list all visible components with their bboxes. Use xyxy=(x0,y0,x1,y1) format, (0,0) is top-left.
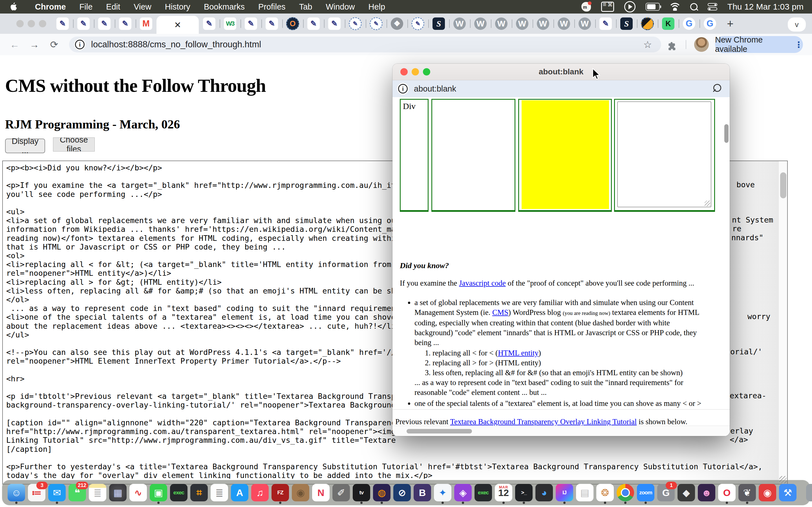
dock-item-gimp[interactable]: ✐ xyxy=(333,484,350,501)
browser-menu-icon[interactable]: ⋮ xyxy=(795,40,803,50)
forward-button[interactable]: → xyxy=(28,38,41,51)
tab-pencil[interactable]: ✎ xyxy=(73,13,94,34)
tab-active[interactable]: ✕ xyxy=(156,16,199,34)
dock-item-apple-tv[interactable]: tv xyxy=(353,484,370,501)
popup-title-bar[interactable]: about:blank xyxy=(393,64,730,80)
new-tab-button[interactable]: + xyxy=(720,13,740,34)
menu-item-profiles[interactable]: Profiles xyxy=(252,0,292,13)
site-info-icon[interactable]: i xyxy=(74,39,86,50)
tab-wp[interactable]: W xyxy=(553,13,574,34)
text-link[interactable]: CMS xyxy=(492,308,508,317)
control-center-icon[interactable] xyxy=(708,3,717,10)
tab-w3[interactable]: W3 xyxy=(220,13,241,34)
url-text[interactable]: localhost:8888/cms_no_follow_through.htm… xyxy=(91,40,261,50)
dock-item-calculator[interactable]: ⌗ xyxy=(190,484,208,501)
menu-clock[interactable]: Thu 12 Mar 1:03 pm xyxy=(727,2,804,11)
popup-zoom-search-icon[interactable] xyxy=(713,84,723,94)
textarea-vertical-scrollbar[interactable] xyxy=(778,161,787,484)
menu-item-window[interactable]: Window xyxy=(319,0,361,13)
dock-item-inkscape[interactable]: ◆ xyxy=(677,484,695,501)
dock-item-opera[interactable]: O xyxy=(718,484,735,501)
window-close-button[interactable] xyxy=(16,20,24,27)
address-bar[interactable]: i localhost:8888/cms_no_follow_through.h… xyxy=(69,37,661,52)
popup-vscroll-thumb[interactable] xyxy=(724,124,728,143)
window-minimize-button[interactable] xyxy=(28,20,35,27)
display-button[interactable]: Display ... xyxy=(5,138,45,153)
apple-logo-icon[interactable] xyxy=(10,3,17,11)
popup-zoom-button[interactable] xyxy=(423,68,430,75)
tab-s[interactable]: S xyxy=(428,13,449,34)
dock-item-firefox[interactable]: ◍ xyxy=(373,484,391,501)
bookmark-star-icon[interactable]: ☆ xyxy=(641,38,654,51)
dock-item-notes[interactable]: ≣ xyxy=(89,484,106,501)
tab-pencil[interactable]: ✎ xyxy=(595,13,616,34)
dock-item-mail[interactable]: ✉ xyxy=(48,484,66,501)
tab-g[interactable]: G xyxy=(679,13,700,34)
dock-item-avatar-app[interactable]: ☻ xyxy=(698,484,715,501)
popup-address-bar[interactable]: i about:blank xyxy=(393,80,730,97)
tab-o[interactable]: O xyxy=(282,13,303,34)
popup-minimize-button[interactable] xyxy=(412,68,419,75)
menu-item-edit[interactable]: Edit xyxy=(99,0,127,13)
tab-pencil[interactable]: ✎ xyxy=(52,13,73,34)
tab-wp[interactable]: W xyxy=(449,13,470,34)
dock-item-filezilla[interactable]: FZ xyxy=(271,484,289,501)
dock-item-automator[interactable]: ➤ xyxy=(806,484,812,501)
popup-url-text[interactable]: about:blank xyxy=(414,84,456,94)
dock-item-quicktime[interactable]: ◕ xyxy=(536,484,553,501)
dock-item-blocker-app[interactable]: ⊘ xyxy=(393,484,411,501)
dock-item-document-app[interactable]: ≣ xyxy=(211,484,228,501)
proof-textarea-resize-handle[interactable] xyxy=(705,201,710,206)
tab-pencil[interactable]: ✎ xyxy=(94,13,115,34)
tab-wp[interactable]: W xyxy=(470,13,491,34)
dock-item-music[interactable]: ♫ xyxy=(251,484,269,501)
tab-blob[interactable]: ❖ xyxy=(387,13,407,34)
tab-pencil[interactable]: ✎ xyxy=(241,13,261,34)
extensions-icon[interactable] xyxy=(665,40,679,53)
battery-icon[interactable] xyxy=(646,3,660,11)
tab-wp[interactable]: W xyxy=(491,13,512,34)
window-zoom-button[interactable] xyxy=(39,20,46,27)
menu-item-help[interactable]: Help xyxy=(362,0,392,13)
tab-g[interactable]: G xyxy=(700,13,720,34)
menu-item-chrome[interactable]: Chrome xyxy=(28,0,73,13)
tab-s[interactable]: S xyxy=(616,13,637,34)
menu-item-bookmarks[interactable]: Bookmarks xyxy=(197,0,252,13)
text-link[interactable]: Textarea Background Transparency Overlay… xyxy=(450,417,637,426)
dock-item-intellij[interactable]: IJ xyxy=(556,484,573,501)
tab-pencil[interactable]: ✎ xyxy=(324,13,345,34)
dock-item-messages[interactable]: ❝212 xyxy=(68,484,86,501)
tab-pencil[interactable]: ✎ xyxy=(261,13,282,34)
dock-item-safari[interactable]: ✦ xyxy=(434,484,451,501)
dock-item-bbedit[interactable]: B xyxy=(414,484,431,501)
playback-icon[interactable] xyxy=(624,1,636,12)
tab-wp[interactable]: W xyxy=(532,13,553,34)
dock-item-podcasts[interactable]: ◈ xyxy=(454,484,472,501)
dock-item-terminal[interactable]: >_ xyxy=(515,484,532,501)
tab-dash[interactable]: ✎ xyxy=(407,13,428,34)
text-link[interactable]: HTML entity xyxy=(498,349,539,357)
dock-item-pixelmator[interactable]: ❂ xyxy=(596,484,614,501)
dock-item-utility-dark-2[interactable]: exec xyxy=(474,484,492,501)
menu-item-history[interactable]: History xyxy=(158,0,197,13)
tab-wp[interactable]: W xyxy=(512,13,532,34)
spotlight-search-icon[interactable] xyxy=(690,3,698,10)
proof-textarea[interactable] xyxy=(617,101,711,207)
menu-item-tab[interactable]: Tab xyxy=(292,0,319,13)
tab-pencil[interactable]: ✎ xyxy=(199,13,220,34)
tab-search-button[interactable]: v xyxy=(788,17,806,32)
dock-item-reminders[interactable]: ≔3 xyxy=(28,484,45,501)
dock-item-utility-dark[interactable]: exec xyxy=(170,484,188,501)
dock-item-gauge-app[interactable]: ◉ xyxy=(759,484,776,501)
dock-item-launchpad[interactable]: ▦ xyxy=(109,484,126,501)
keyboard-switcher-icon[interactable] xyxy=(601,2,614,12)
chrome-update-button[interactable]: New Chrome available ⋮ xyxy=(715,36,803,53)
dock-item-facetime[interactable]: ▣ xyxy=(150,484,167,501)
dock-item-contacts[interactable]: ◉ xyxy=(292,484,309,501)
tab-orange[interactable] xyxy=(637,13,658,34)
app-status-icon[interactable]: m xyxy=(581,2,591,11)
menu-item-file[interactable]: File xyxy=(73,0,100,13)
text-link[interactable]: Javascript code xyxy=(459,279,506,287)
popup-horizontal-scrollbar[interactable] xyxy=(393,426,730,436)
tab-pencil[interactable]: ✎ xyxy=(115,13,136,34)
